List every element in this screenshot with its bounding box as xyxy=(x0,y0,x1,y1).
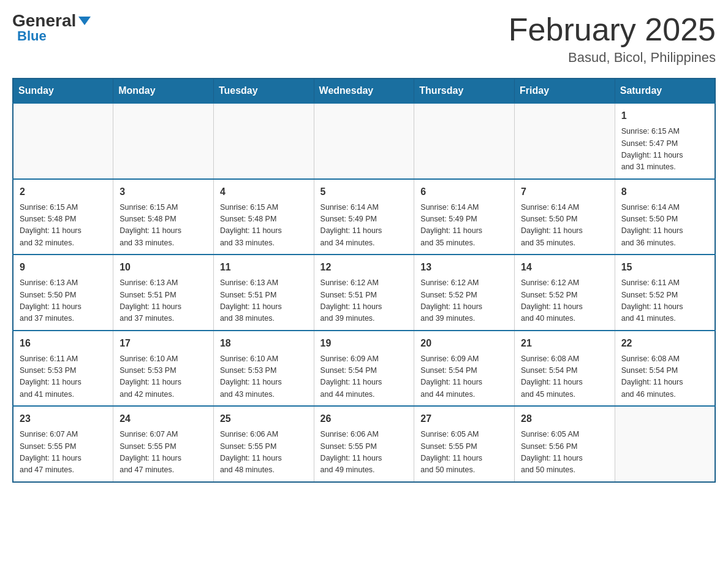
calendar-cell: 8Sunrise: 6:14 AM Sunset: 5:50 PM Daylig… xyxy=(615,179,715,255)
calendar-cell: 7Sunrise: 6:14 AM Sunset: 5:50 PM Daylig… xyxy=(515,179,615,255)
day-number: 2 xyxy=(20,185,107,199)
day-number: 24 xyxy=(119,412,207,426)
day-header-friday: Friday xyxy=(515,79,615,103)
day-number: 12 xyxy=(320,260,408,275)
day-info: Sunrise: 6:12 AM Sunset: 5:52 PM Dayligh… xyxy=(420,277,508,325)
day-number: 20 xyxy=(420,336,508,351)
calendar-cell: 14Sunrise: 6:12 AM Sunset: 5:52 PM Dayli… xyxy=(515,255,615,331)
day-number: 13 xyxy=(420,260,508,275)
day-number: 16 xyxy=(20,336,107,351)
calendar-week-row: 16Sunrise: 6:11 AM Sunset: 5:53 PM Dayli… xyxy=(13,331,715,407)
calendar-week-row: 1Sunrise: 6:15 AM Sunset: 5:47 PM Daylig… xyxy=(13,103,715,179)
calendar-cell xyxy=(414,103,515,179)
day-info: Sunrise: 6:12 AM Sunset: 5:51 PM Dayligh… xyxy=(320,277,408,325)
calendar-cell xyxy=(113,103,214,179)
calendar-cell: 16Sunrise: 6:11 AM Sunset: 5:53 PM Dayli… xyxy=(13,331,113,407)
calendar-cell: 12Sunrise: 6:12 AM Sunset: 5:51 PM Dayli… xyxy=(314,255,414,331)
day-info: Sunrise: 6:08 AM Sunset: 5:54 PM Dayligh… xyxy=(521,353,609,401)
day-info: Sunrise: 6:11 AM Sunset: 5:53 PM Dayligh… xyxy=(20,353,107,401)
day-number: 6 xyxy=(420,185,508,199)
calendar-cell: 17Sunrise: 6:10 AM Sunset: 5:53 PM Dayli… xyxy=(113,331,214,407)
day-info: Sunrise: 6:15 AM Sunset: 5:48 PM Dayligh… xyxy=(220,202,308,250)
calendar-cell: 18Sunrise: 6:10 AM Sunset: 5:53 PM Dayli… xyxy=(213,331,314,407)
calendar-cell: 24Sunrise: 6:07 AM Sunset: 5:55 PM Dayli… xyxy=(113,406,214,482)
calendar-cell: 11Sunrise: 6:13 AM Sunset: 5:51 PM Dayli… xyxy=(213,255,314,331)
day-number: 8 xyxy=(621,185,708,199)
calendar-cell xyxy=(515,103,615,179)
logo-triangle-icon xyxy=(78,17,91,25)
logo-general-text: General xyxy=(12,12,76,29)
day-number: 11 xyxy=(220,260,308,275)
day-info: Sunrise: 6:14 AM Sunset: 5:50 PM Dayligh… xyxy=(621,202,708,250)
calendar-cell: 25Sunrise: 6:06 AM Sunset: 5:55 PM Dayli… xyxy=(213,406,314,482)
day-number: 23 xyxy=(20,412,107,426)
calendar-cell: 3Sunrise: 6:15 AM Sunset: 5:48 PM Daylig… xyxy=(113,179,214,255)
calendar-cell: 20Sunrise: 6:09 AM Sunset: 5:54 PM Dayli… xyxy=(414,331,515,407)
day-number: 3 xyxy=(119,185,207,199)
day-header-saturday: Saturday xyxy=(615,79,715,103)
calendar-cell: 15Sunrise: 6:11 AM Sunset: 5:52 PM Dayli… xyxy=(615,255,715,331)
day-info: Sunrise: 6:15 AM Sunset: 5:47 PM Dayligh… xyxy=(621,126,708,174)
day-header-wednesday: Wednesday xyxy=(314,79,414,103)
calendar-header-row: SundayMondayTuesdayWednesdayThursdayFrid… xyxy=(13,79,715,103)
calendar-cell: 26Sunrise: 6:06 AM Sunset: 5:55 PM Dayli… xyxy=(314,406,414,482)
day-number: 10 xyxy=(119,260,207,275)
calendar-cell xyxy=(13,103,113,179)
day-header-tuesday: Tuesday xyxy=(213,79,314,103)
day-info: Sunrise: 6:09 AM Sunset: 5:54 PM Dayligh… xyxy=(320,353,408,401)
day-number: 22 xyxy=(621,336,708,351)
day-number: 25 xyxy=(220,412,308,426)
day-info: Sunrise: 6:06 AM Sunset: 5:55 PM Dayligh… xyxy=(320,429,408,477)
calendar-cell: 27Sunrise: 6:05 AM Sunset: 5:55 PM Dayli… xyxy=(414,406,515,482)
day-header-monday: Monday xyxy=(113,79,214,103)
title-block: February 2025 Basud, Bicol, Philippines xyxy=(509,12,716,66)
day-info: Sunrise: 6:06 AM Sunset: 5:55 PM Dayligh… xyxy=(220,429,308,477)
calendar-cell: 9Sunrise: 6:13 AM Sunset: 5:50 PM Daylig… xyxy=(13,255,113,331)
day-number: 5 xyxy=(320,185,408,199)
day-number: 18 xyxy=(220,336,308,351)
day-info: Sunrise: 6:12 AM Sunset: 5:52 PM Dayligh… xyxy=(521,277,609,325)
location-title: Basud, Bicol, Philippines xyxy=(509,50,716,66)
day-header-thursday: Thursday xyxy=(414,79,515,103)
calendar-cell xyxy=(615,406,715,482)
day-info: Sunrise: 6:13 AM Sunset: 5:51 PM Dayligh… xyxy=(119,277,207,325)
calendar-cell: 4Sunrise: 6:15 AM Sunset: 5:48 PM Daylig… xyxy=(213,179,314,255)
logo: General Blue xyxy=(12,12,91,43)
day-number: 27 xyxy=(420,412,508,426)
calendar-week-row: 23Sunrise: 6:07 AM Sunset: 5:55 PM Dayli… xyxy=(13,406,715,482)
calendar-cell: 28Sunrise: 6:05 AM Sunset: 5:56 PM Dayli… xyxy=(515,406,615,482)
calendar-cell: 21Sunrise: 6:08 AM Sunset: 5:54 PM Dayli… xyxy=(515,331,615,407)
calendar-cell: 23Sunrise: 6:07 AM Sunset: 5:55 PM Dayli… xyxy=(13,406,113,482)
day-number: 17 xyxy=(119,336,207,351)
day-info: Sunrise: 6:14 AM Sunset: 5:50 PM Dayligh… xyxy=(521,202,609,250)
page-header: General Blue February 2025 Basud, Bicol,… xyxy=(12,12,716,66)
calendar-cell xyxy=(213,103,314,179)
calendar-week-row: 9Sunrise: 6:13 AM Sunset: 5:50 PM Daylig… xyxy=(13,255,715,331)
day-info: Sunrise: 6:14 AM Sunset: 5:49 PM Dayligh… xyxy=(420,202,508,250)
logo-blue-text: Blue xyxy=(17,29,47,43)
calendar-cell: 22Sunrise: 6:08 AM Sunset: 5:54 PM Dayli… xyxy=(615,331,715,407)
day-number: 28 xyxy=(521,412,609,426)
day-info: Sunrise: 6:08 AM Sunset: 5:54 PM Dayligh… xyxy=(621,353,708,401)
calendar-cell xyxy=(314,103,414,179)
calendar-week-row: 2Sunrise: 6:15 AM Sunset: 5:48 PM Daylig… xyxy=(13,179,715,255)
day-info: Sunrise: 6:15 AM Sunset: 5:48 PM Dayligh… xyxy=(20,202,107,250)
day-number: 14 xyxy=(521,260,609,275)
day-number: 7 xyxy=(521,185,609,199)
calendar-cell: 5Sunrise: 6:14 AM Sunset: 5:49 PM Daylig… xyxy=(314,179,414,255)
month-title: February 2025 xyxy=(509,12,716,47)
day-info: Sunrise: 6:10 AM Sunset: 5:53 PM Dayligh… xyxy=(220,353,308,401)
day-info: Sunrise: 6:10 AM Sunset: 5:53 PM Dayligh… xyxy=(119,353,207,401)
day-header-sunday: Sunday xyxy=(13,79,113,103)
day-info: Sunrise: 6:07 AM Sunset: 5:55 PM Dayligh… xyxy=(20,429,107,477)
day-info: Sunrise: 6:11 AM Sunset: 5:52 PM Dayligh… xyxy=(621,277,708,325)
day-info: Sunrise: 6:15 AM Sunset: 5:48 PM Dayligh… xyxy=(119,202,207,250)
calendar-cell: 6Sunrise: 6:14 AM Sunset: 5:49 PM Daylig… xyxy=(414,179,515,255)
day-info: Sunrise: 6:05 AM Sunset: 5:55 PM Dayligh… xyxy=(420,429,508,477)
day-number: 1 xyxy=(621,109,708,123)
calendar-cell: 10Sunrise: 6:13 AM Sunset: 5:51 PM Dayli… xyxy=(113,255,214,331)
calendar-cell: 19Sunrise: 6:09 AM Sunset: 5:54 PM Dayli… xyxy=(314,331,414,407)
day-info: Sunrise: 6:13 AM Sunset: 5:51 PM Dayligh… xyxy=(220,277,308,325)
day-number: 9 xyxy=(20,260,107,275)
day-info: Sunrise: 6:09 AM Sunset: 5:54 PM Dayligh… xyxy=(420,353,508,401)
